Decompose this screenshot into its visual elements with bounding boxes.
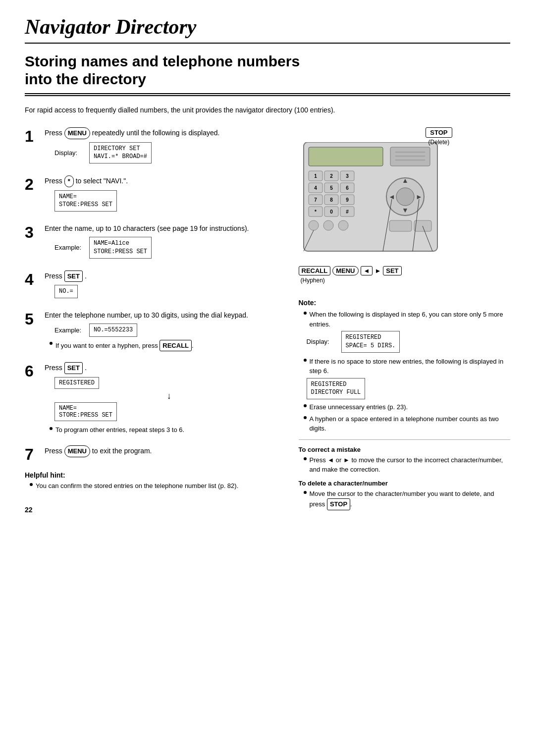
- step6-bullet: To program other entries, repeat steps 3…: [50, 425, 284, 435]
- page-number: 22: [25, 506, 284, 514]
- helpful-hint-bullet: You can confirm the stored entries on th…: [30, 481, 284, 491]
- note-bullet3: Erase unnecessary entries (p. 23).: [304, 402, 511, 412]
- right-column: STOP (Delete) 1 2 3 4: [299, 127, 511, 514]
- step-4: 4 Press SET . NO.=: [25, 270, 284, 301]
- svg-text:7: 7: [314, 197, 317, 203]
- svg-text:5: 5: [330, 185, 333, 191]
- step-1: 1 Press MENU repeatedly until the follow…: [25, 127, 284, 166]
- step-6: 6 Press SET . REGISTERED ↓ NAME= STORE:P…: [25, 362, 284, 436]
- svg-point-38: [338, 220, 348, 230]
- note-display1: Display: REGISTERED SPACE= 5 DIRS.: [307, 331, 511, 353]
- svg-text:3: 3: [346, 173, 349, 179]
- step4-display: NO.=: [54, 285, 284, 298]
- note-bullet2: If there is no space to store new entrie…: [304, 357, 511, 376]
- svg-rect-39: [389, 220, 412, 231]
- note-display2: REGISTERED DIRECTORY FULL: [307, 378, 511, 400]
- stop-key-delete: STOP: [327, 498, 350, 510]
- set-bottom-label: SET: [383, 266, 401, 275]
- recall-bottom-label: RECALL: [299, 266, 331, 275]
- note-bullet4: A hyphen or a space entered in a telepho…: [304, 414, 511, 433]
- svg-text:9: 9: [346, 197, 349, 203]
- svg-text:6: 6: [346, 185, 349, 191]
- hyphen-label: (Hyphen): [301, 277, 457, 284]
- svg-text:▲: ▲: [402, 176, 409, 184]
- set-key-step4: SET: [64, 270, 83, 282]
- star-key-step2: *: [64, 175, 74, 187]
- page-title: Navigator Directory: [25, 15, 510, 44]
- svg-text:0: 0: [330, 209, 333, 215]
- correct-mistake-title: To correct a mistake: [299, 446, 511, 453]
- step-3: 3 Enter the name, up to 10 characters (s…: [25, 223, 284, 262]
- correct-mistake-bullet: Press ◄ or ► to move the cursor to the i…: [304, 455, 511, 475]
- step-5: 5 Enter the telephone number, up to 30 d…: [25, 310, 284, 353]
- step3-display: Example: NAME=Alice STORE:PRESS SET: [54, 237, 284, 259]
- step2-display: NAME= STORE:PRESS SET: [54, 190, 284, 212]
- step-2: 2 Press * to select "NAVI.". NAME= STORE…: [25, 175, 284, 215]
- svg-text:4: 4: [314, 185, 317, 191]
- phone-diagram: STOP (Delete) 1 2 3 4: [299, 127, 457, 284]
- intro-text: For rapid access to frequently dialled n…: [25, 105, 510, 115]
- svg-text:2: 2: [330, 173, 333, 179]
- left-arrow-bottom-label: ◄: [361, 266, 373, 275]
- svg-text:▼: ▼: [402, 206, 409, 214]
- set-key-step6: SET: [64, 362, 83, 374]
- menu-key-step1: MENU: [64, 127, 90, 139]
- note-section: Note: When the following is displayed in…: [299, 299, 511, 512]
- svg-text:*: *: [315, 209, 317, 215]
- section-title: Storing names and telephone numbers into…: [25, 53, 510, 96]
- svg-point-31: [396, 188, 414, 206]
- step-7: 7 Press MENU to exit the program.: [25, 445, 284, 462]
- delete-char-bullet: Move the cursor to the character/number …: [304, 489, 511, 510]
- left-column: 1 Press MENU repeatedly until the follow…: [25, 127, 284, 514]
- svg-text:1: 1: [314, 173, 317, 179]
- svg-point-37: [323, 220, 333, 230]
- stop-button-label: STOP: [426, 127, 452, 138]
- step5-display: Example: NO.=5552233: [54, 324, 284, 337]
- divider1: [299, 439, 511, 440]
- recall-key-step5: RECALL: [160, 340, 192, 352]
- svg-rect-26: [390, 147, 430, 166]
- step6-displays: REGISTERED ↓ NAME= STORE:PRESS SET: [54, 377, 284, 422]
- svg-text:#: #: [346, 209, 349, 215]
- svg-rect-1: [309, 147, 383, 166]
- step5-bullet: If you want to enter a hyphen, press REC…: [50, 340, 284, 352]
- svg-point-36: [309, 220, 319, 230]
- menu-key-step7: MENU: [64, 445, 90, 457]
- bottom-button-labels: RECALL MENU ◄ ► SET: [299, 266, 457, 275]
- step1-display: Display: DIRECTORY SET NAVI.=* BROAD=#: [54, 142, 284, 164]
- svg-text:8: 8: [330, 197, 333, 203]
- helpful-hint: Helpful hint: You can confirm the stored…: [25, 471, 284, 491]
- note-bullet1: When the following is displayed in step …: [304, 310, 511, 329]
- stop-button-area: STOP (Delete): [426, 127, 452, 146]
- phone-svg: 1 2 3 4 5 6 7 8 9 *: [299, 142, 447, 271]
- delete-char-title: To delete a character/number: [299, 480, 511, 487]
- menu-bottom-label: MENU: [332, 266, 358, 275]
